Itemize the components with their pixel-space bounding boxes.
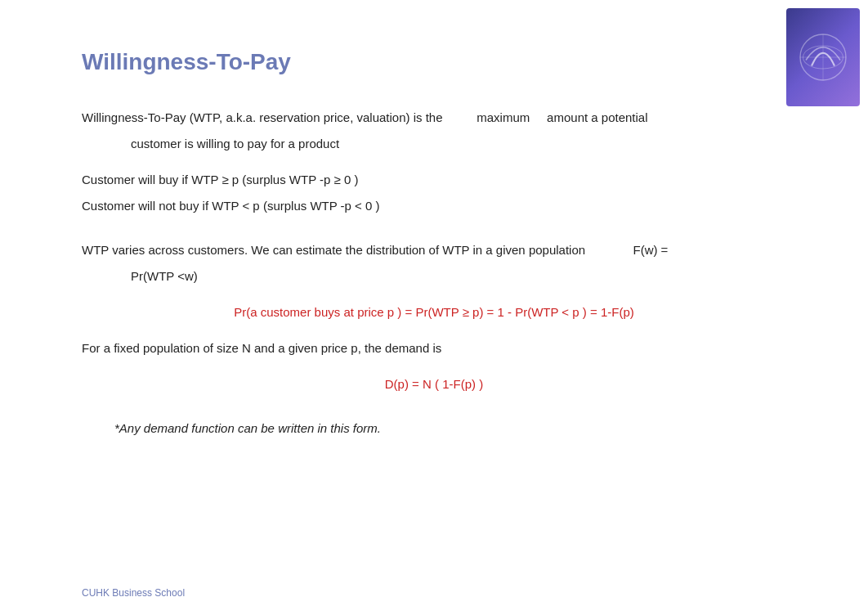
def-text-part1: Willingness-To-Pay (WTP, a.k.a. reservat… xyxy=(82,110,443,124)
def-text-part3: amount a potential xyxy=(547,110,647,124)
distribution-line2: Pr(WTP <w) xyxy=(82,267,786,286)
dist-text-part1: WTP varies across customers. We can esti… xyxy=(82,243,585,257)
note-section: *Any demand function can be written in t… xyxy=(82,419,786,438)
definition-section: Willingness-To-Pay (WTP, a.k.a. reservat… xyxy=(82,108,786,154)
footer-text: CUHK Business School xyxy=(82,587,185,599)
equation1-text: Pr(a customer buys at price p ) = Pr(WTP… xyxy=(234,305,633,319)
page-title: Willingness-To-Pay xyxy=(82,49,786,75)
note-text: *Any demand function can be written in t… xyxy=(114,421,381,435)
buy-condition-line2: Customer will not buy if WTP < p (surplu… xyxy=(82,196,786,216)
demand-section: For a fixed population of size N and a g… xyxy=(82,339,786,358)
demand-line1: For a fixed population of size N and a g… xyxy=(82,339,786,358)
equation2: D(p) = N ( 1-F(p) ) xyxy=(82,375,786,394)
distribution-line1: WTP varies across customers. We can esti… xyxy=(82,240,786,260)
distribution-section: WTP varies across customers. We can esti… xyxy=(82,240,786,286)
buy-conditions-section: Customer will buy if WTP ≥ p (surplus WT… xyxy=(82,170,786,216)
definition-line1: Willingness-To-Pay (WTP, a.k.a. reservat… xyxy=(82,108,786,128)
footer: CUHK Business School xyxy=(82,587,185,599)
buy-condition-line1: Customer will buy if WTP ≥ p (surplus WT… xyxy=(82,170,786,190)
definition-line2: customer is willing to pay for a product xyxy=(82,134,786,154)
def-text-part2: maximum xyxy=(477,110,530,124)
dist-text-part2: F(w) = xyxy=(633,243,668,257)
main-content: Willingness-To-Pay Willingness-To-Pay (W… xyxy=(0,0,868,471)
equation1: Pr(a customer buys at price p ) = Pr(WTP… xyxy=(82,303,786,322)
equation2-text: D(p) = N ( 1-F(p) ) xyxy=(385,377,483,391)
content-body: Willingness-To-Pay (WTP, a.k.a. reservat… xyxy=(82,108,786,438)
